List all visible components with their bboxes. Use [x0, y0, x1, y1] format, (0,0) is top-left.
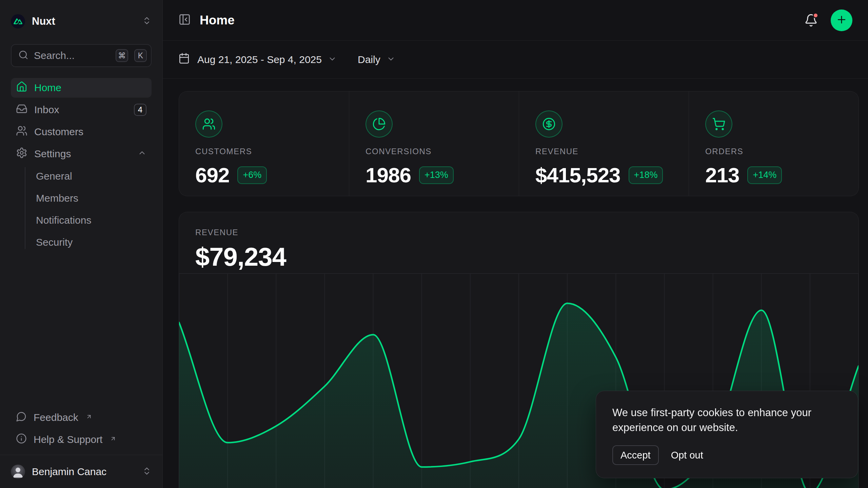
sidebar-item-label: Customers: [34, 126, 83, 138]
stat-label: REVENUE: [535, 147, 672, 156]
sidebar-subitem-members[interactable]: Members: [11, 187, 152, 209]
org-switcher[interactable]: Nuxt: [0, 0, 162, 43]
period-label: Daily: [358, 54, 380, 65]
date-range-picker[interactable]: Aug 21, 2025 - Sep 4, 2025: [178, 53, 337, 66]
accept-button[interactable]: Accept: [612, 445, 659, 465]
chevrons-up-down-icon: [142, 466, 152, 477]
cookie-toast: We use first-party cookies to enhance yo…: [596, 391, 858, 478]
filters-toolbar: Aug 21, 2025 - Sep 4, 2025 Daily: [163, 41, 868, 79]
nuxt-logo-icon: [11, 14, 25, 28]
house-icon: [16, 81, 27, 95]
stat-customers[interactable]: CUSTOMERS692+6%: [179, 92, 349, 196]
cookie-message: We use first-party cookies to enhance yo…: [612, 405, 842, 435]
stat-delta-badge: +18%: [629, 166, 663, 184]
sidebar-subitem-label: Notifications: [36, 215, 91, 226]
user-name: Benjamin Canac: [32, 466, 135, 477]
sidebar-subitem-label: Security: [36, 237, 73, 248]
search-input[interactable]: Search... ⌘ K: [11, 44, 152, 67]
stat-revenue[interactable]: REVENUE$415,523+18%: [519, 92, 689, 196]
panel-collapse-icon[interactable]: [178, 13, 191, 27]
stat-delta-badge: +13%: [419, 166, 454, 184]
stat-value: 213: [705, 163, 739, 187]
chevron-down-icon: [328, 54, 337, 66]
arrow-up-right-icon: [110, 435, 116, 442]
notifications-button[interactable]: [804, 14, 818, 27]
optout-button[interactable]: Opt out: [669, 450, 705, 461]
sidebar-subitem-general[interactable]: General: [11, 165, 152, 187]
sidebar-subnav: GeneralMembersNotificationsSecurity: [11, 165, 152, 253]
gear-icon: [16, 147, 27, 161]
sidebar-spacer: [0, 253, 162, 408]
stat-delta-badge: +6%: [237, 166, 267, 184]
page-title: Home: [200, 13, 235, 27]
kbd-meta: ⌘: [116, 49, 128, 62]
avatar: [11, 465, 25, 479]
info-icon: [16, 433, 27, 446]
sidebar-item-label: Settings: [34, 148, 71, 160]
stat-label: CUSTOMERS: [195, 147, 333, 156]
arrow-up-right-icon: [86, 413, 92, 420]
date-range-label: Aug 21, 2025 - Sep 4, 2025: [197, 54, 322, 65]
sidebar-item-customers[interactable]: Customers: [11, 122, 152, 142]
revenue-chart-value: $79,234: [195, 242, 286, 271]
stat-conversions[interactable]: CONVERSIONS1986+13%: [349, 92, 519, 196]
sidebar-item-help-support[interactable]: Help & Support: [11, 430, 152, 449]
stat-value: 1986: [366, 163, 411, 187]
inbox-count-badge: 4: [134, 104, 146, 116]
user-menu[interactable]: Benjamin Canac: [0, 455, 162, 488]
pie-chart-icon: [366, 110, 393, 138]
calendar-icon: [178, 53, 190, 66]
sidebar-item-inbox[interactable]: Inbox4: [11, 100, 152, 120]
plus-icon: [836, 14, 847, 26]
sidebar-subitem-label: Members: [36, 192, 78, 204]
page-header: Home: [163, 0, 868, 41]
notification-dot: [813, 13, 818, 18]
add-button[interactable]: [831, 9, 852, 31]
cookie-actions: Accept Opt out: [612, 445, 842, 465]
sidebar-item-label: Help & Support: [34, 434, 102, 445]
sidebar-item-label: Home: [34, 82, 61, 94]
bell-icon: [804, 22, 818, 28]
sidebar-item-label: Inbox: [34, 104, 59, 116]
cart-icon: [705, 110, 732, 138]
sidebar-subitem-notifications[interactable]: Notifications: [11, 209, 152, 231]
sidebar-subitem-security[interactable]: Security: [11, 231, 152, 253]
chevron-up-icon[interactable]: [138, 148, 146, 160]
sidebar-item-label: Feedback: [34, 412, 78, 423]
revenue-chart-label: REVENUE: [195, 228, 238, 237]
circle-dollar-icon: [535, 110, 563, 138]
kbd-k: K: [134, 49, 147, 62]
header-actions: [804, 9, 852, 31]
sidebar-footer-nav: FeedbackHelp & Support: [0, 408, 162, 449]
sidebar-item-settings[interactable]: Settings: [11, 144, 152, 164]
sidebar-item-home[interactable]: Home: [11, 78, 152, 98]
chevrons-up-down-icon: [142, 16, 152, 27]
stat-label: CONVERSIONS: [366, 147, 502, 156]
period-select[interactable]: Daily: [358, 53, 395, 66]
chevron-down-icon: [387, 54, 395, 66]
stat-orders[interactable]: ORDERS213+14%: [689, 92, 859, 196]
stat-label: ORDERS: [705, 147, 842, 156]
org-name: Nuxt: [32, 15, 135, 27]
search-placeholder: Search...: [34, 50, 110, 61]
sidebar: Nuxt Search... ⌘ K HomeInbox4CustomersSe…: [0, 0, 163, 488]
stat-value: $415,523: [535, 163, 620, 187]
stat-delta-badge: +14%: [747, 166, 782, 184]
users-icon: [16, 125, 27, 139]
stats-card: CUSTOMERS692+6%CONVERSIONS1986+13%REVENU…: [179, 92, 859, 196]
message-circle-icon: [16, 411, 27, 424]
inbox-icon: [16, 103, 27, 117]
sidebar-item-feedback[interactable]: Feedback: [11, 408, 152, 427]
stat-value: 692: [195, 163, 229, 187]
sidebar-subitem-label: General: [36, 170, 72, 182]
search-icon: [18, 50, 28, 61]
users-icon: [195, 110, 222, 138]
sidebar-nav: HomeInbox4CustomersSettings: [0, 75, 162, 164]
